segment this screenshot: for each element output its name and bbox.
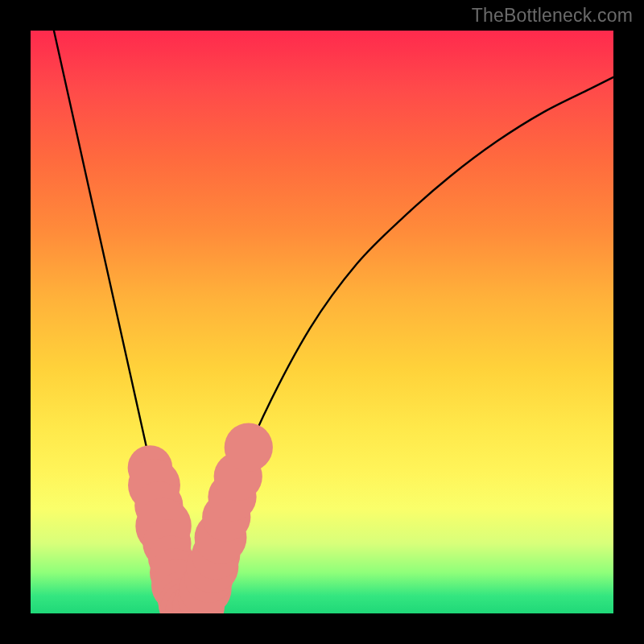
chart-frame: TheBottleneck.com xyxy=(0,0,644,644)
chart-svg xyxy=(31,31,613,613)
plot-area xyxy=(31,31,613,613)
data-marker xyxy=(225,423,273,472)
watermark-text: TheBottleneck.com xyxy=(472,5,633,27)
marker-group xyxy=(128,423,273,613)
